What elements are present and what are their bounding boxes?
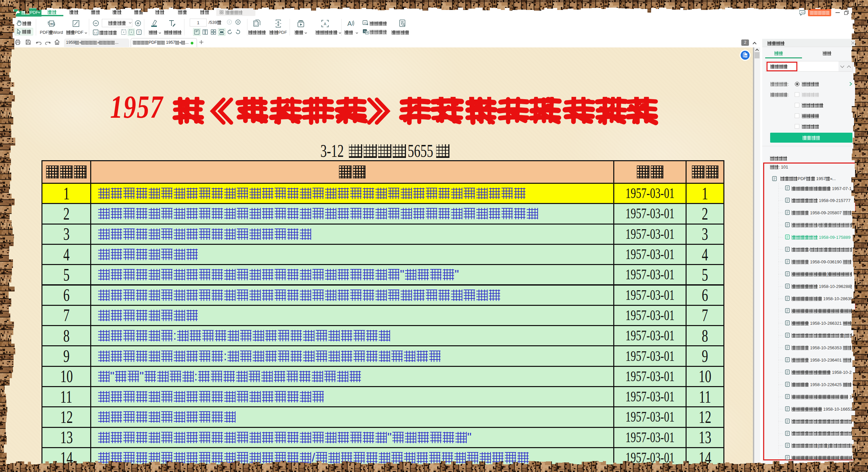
svg-text:A: A bbox=[324, 22, 327, 26]
svg-text:W: W bbox=[745, 54, 747, 57]
svg-text:A: A bbox=[347, 20, 352, 27]
svg-text:1:1: 1:1 bbox=[94, 31, 98, 34]
svg-text:W: W bbox=[50, 22, 53, 26]
svg-text:A: A bbox=[364, 21, 366, 25]
svg-text:T: T bbox=[138, 31, 140, 34]
